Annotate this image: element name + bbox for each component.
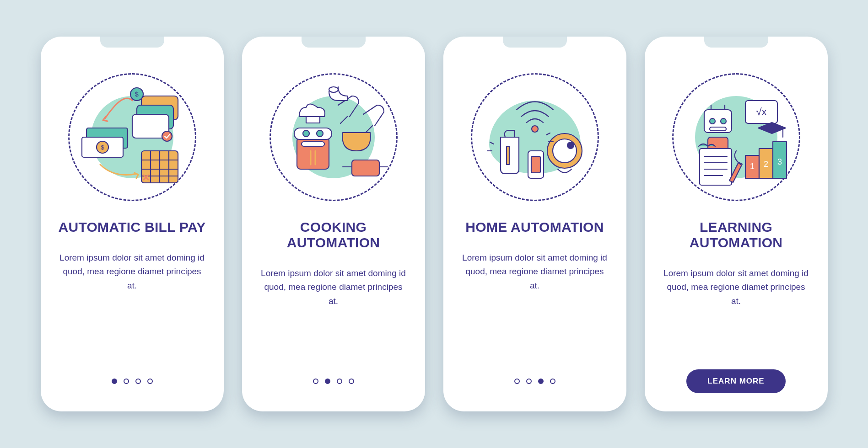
onboarding-screen-1: $ $ Automatic Bill Pay Lorem ipsum dolor… xyxy=(41,37,224,411)
phone-notch xyxy=(704,37,768,48)
phone-notch xyxy=(100,37,164,48)
screen-description: Lorem ipsum dolor sit amet doming id quo… xyxy=(658,267,814,308)
pagination-dots xyxy=(112,379,153,384)
bill-pay-illustration: $ $ xyxy=(64,69,201,206)
svg-point-33 xyxy=(710,118,715,124)
dot-2[interactable] xyxy=(526,379,532,384)
svg-rect-31 xyxy=(531,156,540,173)
dot-1[interactable] xyxy=(313,379,318,384)
svg-point-19 xyxy=(303,130,309,137)
onboarding-screen-4: √x 1 2 3 Learning Automation Lorem ipsum… xyxy=(645,37,828,411)
svg-rect-23 xyxy=(352,160,379,176)
svg-point-25 xyxy=(532,126,538,132)
cooking-illustration xyxy=(265,69,402,206)
svg-rect-39 xyxy=(700,149,732,185)
dot-3[interactable] xyxy=(337,379,342,384)
screen-description: Lorem ipsum dolor sit amet doming id quo… xyxy=(256,267,411,308)
onboarding-phones-row: $ $ Automatic Bill Pay Lorem ipsum dolor… xyxy=(22,18,846,430)
onboarding-screen-2: Cooking Automation Lorem ipsum dolor sit… xyxy=(242,37,425,411)
svg-point-34 xyxy=(721,118,726,124)
svg-text:1: 1 xyxy=(749,162,754,171)
dot-4[interactable] xyxy=(147,379,153,384)
screen-title: Home Automation xyxy=(465,219,604,235)
phone-notch xyxy=(302,37,366,48)
dot-4[interactable] xyxy=(550,379,555,384)
screen-description: Lorem ipsum dolor sit amet doming id quo… xyxy=(54,251,210,293)
onboarding-screen-3: Home Automation Lorem ipsum dolor sit am… xyxy=(443,37,626,411)
dot-2[interactable] xyxy=(325,379,330,384)
svg-rect-21 xyxy=(302,142,324,146)
svg-rect-18 xyxy=(294,128,332,139)
screen-title: Cooking Automation xyxy=(256,219,411,251)
learn-more-button[interactable]: LEARN MORE xyxy=(686,369,785,393)
svg-text:3: 3 xyxy=(777,157,782,166)
dot-1[interactable] xyxy=(514,379,520,384)
svg-rect-22 xyxy=(306,117,320,123)
svg-point-29 xyxy=(567,142,574,149)
svg-point-24 xyxy=(329,87,338,92)
phone-notch xyxy=(503,37,567,48)
pagination-dots xyxy=(313,379,354,384)
svg-rect-26 xyxy=(507,146,509,165)
svg-text:√x: √x xyxy=(756,106,766,117)
screen-title: Automatic Bill Pay xyxy=(58,219,205,235)
screen-description: Lorem ipsum dolor sit amet doming id quo… xyxy=(457,251,613,293)
learning-illustration: √x 1 2 3 xyxy=(668,69,805,206)
svg-point-5 xyxy=(162,131,172,141)
svg-text:$: $ xyxy=(135,91,139,98)
dot-4[interactable] xyxy=(349,379,354,384)
pagination-dots xyxy=(514,379,555,384)
dot-3[interactable] xyxy=(538,379,544,384)
screen-title: Learning Automation xyxy=(658,219,814,251)
home-illustration xyxy=(466,69,604,206)
svg-text:2: 2 xyxy=(763,160,768,169)
dot-1[interactable] xyxy=(112,379,117,384)
dot-3[interactable] xyxy=(135,379,141,384)
dot-2[interactable] xyxy=(124,379,129,384)
svg-rect-35 xyxy=(710,127,726,131)
svg-text:$: $ xyxy=(101,144,104,151)
svg-point-20 xyxy=(317,130,323,137)
